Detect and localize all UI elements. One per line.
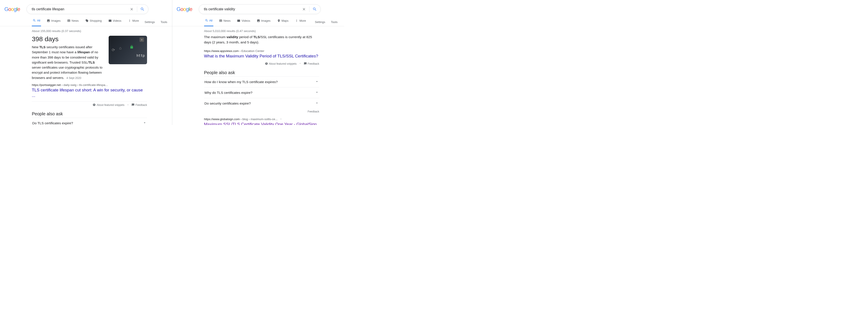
- chevron-down-icon: [315, 101, 319, 106]
- tab-label: Images: [51, 19, 61, 23]
- tab-videos[interactable]: Videos: [236, 18, 251, 26]
- about-snippets-link[interactable]: About featured snippets: [93, 103, 124, 107]
- results-area: About 5,010,000 results (0.47 seconds) T…: [172, 26, 326, 125]
- paa-question: Do security certificates expire?: [205, 102, 251, 105]
- google-logo[interactable]: Google: [4, 6, 20, 12]
- google-logo[interactable]: Google: [177, 6, 192, 12]
- featured-body: The maximum validity period of TLS/SSL c…: [204, 34, 319, 45]
- link-settings[interactable]: Settings: [315, 21, 325, 24]
- tabs-row: All Images News Shopping Videos More: [0, 18, 172, 26]
- tab-label: News: [223, 19, 231, 23]
- featured-body: New TLS security certificates issued aft…: [32, 44, 105, 80]
- link-tools[interactable]: Tools: [161, 21, 167, 24]
- tab-videos[interactable]: Videos: [107, 18, 122, 26]
- featured-image[interactable]: ⟳ ⌂ http +: [108, 36, 147, 64]
- chevron-down-icon: [315, 90, 319, 95]
- tab-all[interactable]: All: [32, 18, 41, 26]
- search-panel-right: Google All News: [172, 0, 344, 125]
- paa-heading: People also ask: [32, 111, 147, 116]
- paa-question: How do I know when my TLS certificate ex…: [205, 80, 278, 84]
- paa-question: Why do TLS certificates expire?: [205, 91, 253, 95]
- search-input[interactable]: [31, 7, 127, 11]
- featured-date: 4 Sept 2020: [66, 76, 81, 79]
- tab-label: More: [299, 19, 306, 23]
- tab-label: All: [209, 18, 212, 23]
- result-link[interactable]: Maximum SSL/TLS Certificate Validity One…: [204, 122, 319, 125]
- result-cite: https://portswigger.net › daily-swig › t…: [32, 83, 147, 86]
- tabs-row: All News Videos Images Maps More: [172, 18, 344, 26]
- topbar: Google: [0, 4, 172, 14]
- tab-label: More: [132, 19, 139, 23]
- tab-news[interactable]: News: [218, 18, 231, 26]
- result-cite: https://www.globalsign.com › blog › maxi…: [204, 117, 319, 121]
- tab-label: News: [71, 19, 79, 23]
- search-box[interactable]: [27, 4, 148, 14]
- result-stats: About 5,010,000 results (0.47 seconds): [204, 26, 319, 34]
- tab-images[interactable]: Images: [256, 18, 272, 26]
- search-icon[interactable]: [310, 5, 319, 13]
- snippet-meta-row: About featured snippets • Feedback: [204, 60, 319, 65]
- tab-all[interactable]: All: [204, 18, 213, 26]
- featured-headline: 398 days: [32, 35, 105, 43]
- results-area: About 155,000 results (0.37 seconds) 398…: [0, 26, 154, 125]
- paa-feedback-link[interactable]: Feedback: [204, 109, 319, 113]
- featured-snippet: 398 days New TLS security certificates i…: [32, 34, 147, 80]
- feedback-link[interactable]: Feedback: [304, 62, 319, 65]
- about-snippets-link[interactable]: About featured snippets: [265, 62, 297, 65]
- paa-question: Do TLS certificates expire?: [32, 121, 73, 125]
- tab-label: Images: [261, 19, 271, 23]
- tab-images[interactable]: Images: [46, 18, 61, 26]
- clear-icon[interactable]: [127, 5, 136, 13]
- clear-icon[interactable]: [300, 5, 308, 13]
- caret-down-icon[interactable]: [280, 117, 282, 121]
- chevron-down-icon: [143, 121, 147, 125]
- tab-label: Videos: [241, 19, 250, 23]
- search-panel-left: Google All Images: [0, 0, 172, 125]
- tab-label: Maps: [282, 19, 288, 23]
- result-link[interactable]: TLS certificate lifespan cut short: A wi…: [32, 88, 147, 98]
- tab-label: Shopping: [90, 19, 102, 23]
- paa-item[interactable]: Do TLS certificates expire?: [32, 118, 147, 125]
- result-cite: https://www.appviewx.com › Education Cen…: [204, 49, 319, 53]
- paa-item[interactable]: How do I know when my TLS certificate ex…: [204, 76, 319, 87]
- search-box[interactable]: [199, 4, 321, 14]
- snippet-meta-row: About featured snippets • Feedback: [32, 101, 147, 107]
- chevron-down-icon: [315, 79, 319, 84]
- search-icon[interactable]: [138, 5, 147, 13]
- tab-more[interactable]: More: [127, 18, 140, 26]
- paa-item[interactable]: Do security certificates expire?: [204, 98, 319, 109]
- result-stats: About 155,000 results (0.37 seconds): [32, 26, 147, 34]
- feedback-link[interactable]: Feedback: [131, 103, 147, 107]
- paa-item[interactable]: Why do TLS certificates expire?: [204, 87, 319, 98]
- tab-label: All: [37, 18, 40, 23]
- tab-news[interactable]: News: [66, 18, 80, 26]
- link-tools[interactable]: Tools: [331, 21, 338, 24]
- link-settings[interactable]: Settings: [145, 21, 155, 24]
- tab-maps[interactable]: Maps: [276, 18, 289, 26]
- search-input[interactable]: [204, 7, 300, 11]
- topbar: Google: [172, 4, 344, 14]
- result-link[interactable]: What is the Maximum Validity Period of T…: [204, 54, 319, 59]
- tab-more[interactable]: More: [294, 18, 307, 26]
- tab-shopping[interactable]: Shopping: [85, 18, 103, 26]
- paa-heading: People also ask: [204, 70, 319, 75]
- tab-label: Videos: [113, 19, 122, 23]
